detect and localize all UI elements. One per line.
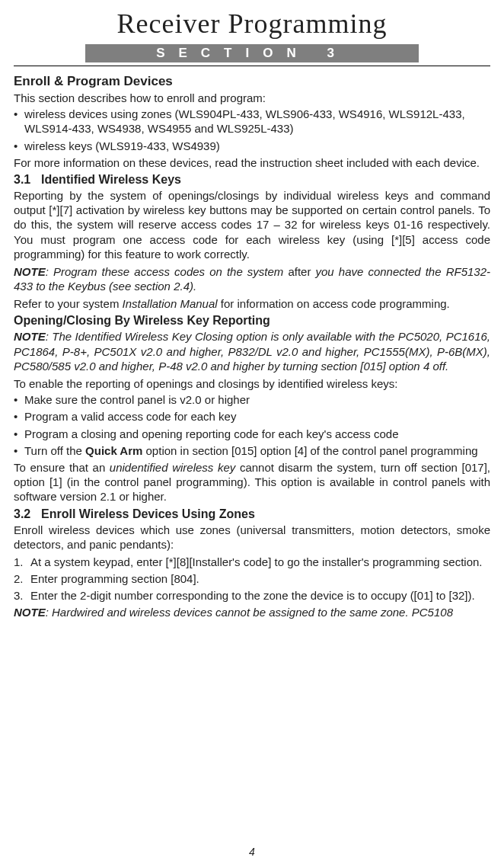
list-number: 2. xyxy=(14,571,30,586)
note-3: NOTE: Hardwired and wireless devices can… xyxy=(14,605,490,619)
page-number: 4 xyxy=(0,846,504,858)
section-3-1-body: Reporting by the system of openings/clos… xyxy=(14,188,490,261)
list-item: • Make sure the control panel is v2.0 or… xyxy=(14,392,490,407)
bullet-text: Program a closing and opening reporting … xyxy=(24,427,490,441)
bullet-icon: • xyxy=(14,392,24,407)
ordered-list-item: 3. Enter the 2-digit number correspondin… xyxy=(14,588,490,603)
refer-paragraph: Refer to your system Installation Manual… xyxy=(14,296,490,311)
more-info-paragraph: For more information on these devices, r… xyxy=(14,155,490,170)
list-item: • Program a valid access code for each k… xyxy=(14,409,490,424)
list-text: Enter the 2-digit number corresponding t… xyxy=(30,588,490,603)
text: Turn off the xyxy=(24,444,85,457)
enable-paragraph: To enable the reporting of openings and … xyxy=(14,376,490,391)
note-label: NOTE xyxy=(14,606,46,619)
divider xyxy=(14,66,490,66)
bullet-text: Program a valid access code for each key xyxy=(24,409,490,424)
heading-3-2: 3.2Enroll Wireless Devices Using Zones xyxy=(14,507,490,521)
bullet-text: wireless keys (WLS919-433, WS4939) xyxy=(24,139,490,153)
list-item: • wireless keys (WLS919-433, WS4939) xyxy=(14,139,490,153)
list-item: • Turn off the Quick Arm option in secti… xyxy=(14,443,490,458)
section-number: 3.1 xyxy=(14,173,41,187)
text: To ensure that an xyxy=(14,461,110,474)
intro-paragraph: This section describes how to enroll and… xyxy=(14,91,490,105)
note-1: NOTE: Program these access codes on the … xyxy=(14,264,490,293)
note-after: after xyxy=(288,265,311,278)
note-label: NOTE xyxy=(14,330,46,343)
unidentified-wireless-key: unidentified wireless key xyxy=(110,461,235,474)
note-text: : Program these access codes on the syst… xyxy=(46,265,289,278)
section-bar: SECTION 3 xyxy=(85,44,419,62)
section-number: 3.2 xyxy=(14,507,41,521)
ensure-paragraph: To ensure that an unidentified wireless … xyxy=(14,460,490,504)
list-number: 3. xyxy=(14,588,30,603)
bullet-text: Turn off the Quick Arm option in section… xyxy=(24,443,490,458)
note-label: NOTE xyxy=(14,265,46,278)
ordered-list-item: 1. At a system keypad, enter [*][8][Inst… xyxy=(14,555,490,569)
section-title: Enroll Wireless Devices Using Zones xyxy=(41,507,255,520)
bullet-icon: • xyxy=(14,427,24,441)
text: option in section [015] option [4] of th… xyxy=(142,444,477,457)
list-text: At a system keypad, enter [*][8][Install… xyxy=(30,555,490,569)
heading-enroll-program: Enroll & Program Devices xyxy=(14,74,490,89)
document-page: Receiver Programming SECTION 3 Enroll & … xyxy=(0,0,504,867)
bullet-icon: • xyxy=(14,139,24,153)
bullet-icon: • xyxy=(14,107,24,136)
note-2: NOTE: The Identified Wireless Key Closin… xyxy=(14,329,490,373)
section-3-2-body: Enroll wireless devices which use zones … xyxy=(14,523,490,552)
list-item: • wireless devices using zones (WLS904PL… xyxy=(14,107,490,136)
installation-manual: Installation Manual xyxy=(123,297,218,310)
bullet-text: wireless devices using zones (WLS904PL-4… xyxy=(24,107,490,136)
bullet-icon: • xyxy=(14,443,24,458)
ordered-list-item: 2. Enter programming section [804]. xyxy=(14,571,490,586)
page-title: Receiver Programming xyxy=(14,8,490,40)
list-number: 1. xyxy=(14,555,30,569)
heading-3-1: 3.1Identified Wireless Keys xyxy=(14,173,490,187)
list-text: Enter programming section [804]. xyxy=(30,571,490,586)
quick-arm: Quick Arm xyxy=(85,444,142,457)
note-text: : Hardwired and wireless devices cannot … xyxy=(46,606,453,619)
bullet-icon: • xyxy=(14,409,24,424)
bullet-text: Make sure the control panel is v2.0 or h… xyxy=(24,392,490,407)
note-text: : The Identified Wireless Key Closing op… xyxy=(14,330,490,372)
text: for information on access code programmi… xyxy=(218,297,450,310)
heading-open-close: Opening/Closing By Wireless Key Reportin… xyxy=(14,314,490,328)
list-item: • Program a closing and opening reportin… xyxy=(14,427,490,441)
text: Refer to your system xyxy=(14,297,123,310)
section-title: Identified Wireless Keys xyxy=(41,173,181,186)
